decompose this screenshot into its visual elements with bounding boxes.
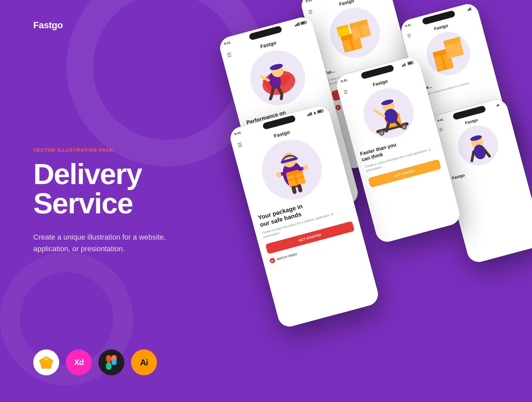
svg-rect-11 bbox=[307, 114, 308, 116]
svg-rect-30 bbox=[297, 184, 303, 193]
svg-rect-10 bbox=[106, 362, 111, 370]
svg-rect-70 bbox=[467, 9, 469, 11]
svg-rect-32 bbox=[296, 24, 298, 26]
svg-rect-56 bbox=[403, 64, 405, 67]
svg-rect-12 bbox=[308, 113, 310, 116]
illustrator-icon: Ai bbox=[131, 349, 157, 375]
svg-rect-71 bbox=[468, 8, 470, 11]
figma-icon bbox=[98, 349, 124, 375]
sketch-icon bbox=[33, 349, 59, 375]
svg-rect-6 bbox=[106, 355, 111, 362]
tool-icons-row: Xd Ai bbox=[33, 349, 157, 375]
main-title: Delivery Service bbox=[33, 159, 219, 218]
adobe-xd-icon: Xd bbox=[66, 349, 92, 375]
description-text: Create a unique illustration for a websi… bbox=[33, 231, 193, 255]
phones-display: 9:41 ☰ Fastgo bbox=[174, 0, 532, 402]
svg-rect-79 bbox=[497, 104, 499, 106]
svg-rect-55 bbox=[402, 65, 403, 67]
svg-point-9 bbox=[111, 360, 117, 365]
section-tag: VECTOR ILLUSTRATION PACK bbox=[33, 147, 219, 153]
svg-rect-78 bbox=[496, 104, 498, 106]
svg-rect-31 bbox=[295, 25, 296, 27]
